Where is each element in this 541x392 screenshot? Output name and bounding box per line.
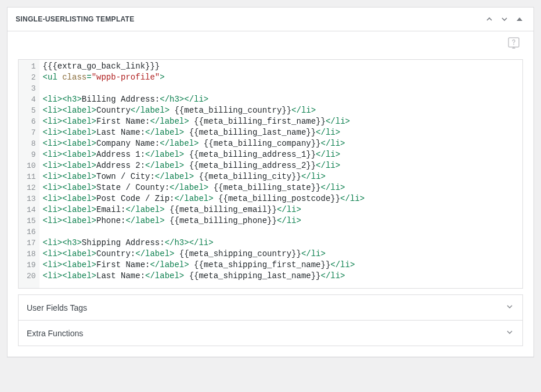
move-down-button[interactable]	[499, 13, 510, 25]
accordion-label: User Fields Tags	[27, 303, 87, 312]
chevron-down-icon	[505, 302, 514, 313]
line-number: 9	[27, 149, 36, 160]
line-number-gutter: 1234567891011121314151617181920	[19, 60, 39, 288]
code-line[interactable]: <li><label>Post Code / Zip:</label> {{me…	[43, 193, 519, 204]
line-number: 3	[27, 83, 36, 94]
code-line[interactable]: <li><label>State / County:</label> {{met…	[43, 182, 519, 193]
line-number: 12	[27, 182, 36, 193]
move-up-button[interactable]	[484, 13, 495, 25]
metabox-body: 1234567891011121314151617181920 {{{extra…	[8, 31, 533, 357]
line-number: 2	[27, 72, 36, 83]
code-line[interactable]: <li><label>Address 1:</label> {{meta_bil…	[43, 149, 519, 160]
code-line[interactable]: <li><label>Country</label> {{meta_billin…	[43, 105, 519, 116]
chevron-down-icon	[505, 328, 514, 339]
line-number: 13	[27, 193, 36, 204]
code-editor[interactable]: 1234567891011121314151617181920 {{{extra…	[18, 59, 523, 289]
accordion-header[interactable]: Extra Functions	[19, 321, 522, 346]
line-number: 5	[27, 105, 36, 116]
line-number: 11	[27, 171, 36, 182]
line-number: 1	[27, 61, 36, 72]
code-line[interactable]: <li><h3>Shipping Address:</h3></li>	[43, 238, 519, 249]
line-number: 16	[27, 226, 36, 238]
code-line[interactable]: <li><label>Phone:</label> {{meta_billing…	[43, 215, 519, 226]
collapse-toggle-button[interactable]	[514, 13, 525, 25]
metabox-header: SINGLE-USERLISTING TEMPLATE	[8, 8, 533, 31]
code-line[interactable]	[43, 226, 519, 238]
metabox-panel: SINGLE-USERLISTING TEMPLATE	[7, 7, 534, 357]
accordion-label: Extra Functions	[27, 329, 83, 338]
code-line[interactable]: <li><label>Last Name:</label> {{meta_bil…	[43, 127, 519, 138]
code-line[interactable]: <li><label>Email:</label> {{meta_billing…	[43, 204, 519, 215]
line-number: 17	[27, 238, 36, 249]
code-line[interactable]: <li><label>Address 2:</label> {{meta_bil…	[43, 160, 519, 171]
svg-point-1	[513, 44, 514, 45]
code-line[interactable]: <li><label>First Name:</label> {{meta_bi…	[43, 116, 519, 127]
line-number: 10	[27, 160, 36, 171]
accordion-extra-functions[interactable]: Extra Functions	[18, 321, 523, 346]
line-number: 15	[27, 215, 36, 226]
code-line[interactable]: <li><label>Town / City:</label> {{meta_b…	[43, 171, 519, 182]
code-line[interactable]: <li><h3>Billing Address:</h3></li>	[43, 94, 519, 105]
code-line[interactable]: <li><label>Company Name:</label> {{meta_…	[43, 138, 519, 149]
code-line[interactable]: <ul class="wppb-profile">	[43, 72, 519, 83]
code-line[interactable]: <li><label>Country:</label> {{meta_shipp…	[43, 249, 519, 260]
line-number: 8	[27, 138, 36, 149]
line-number: 6	[27, 116, 36, 127]
line-number: 19	[27, 260, 36, 271]
line-number: 20	[27, 271, 36, 282]
help-icon[interactable]	[507, 36, 521, 52]
code-line[interactable]: <li><label>First Name:</label> {{meta_sh…	[43, 260, 519, 271]
code-area[interactable]: {{{extra_go_back_link}}}<ul class="wppb-…	[39, 60, 522, 288]
line-number: 7	[27, 127, 36, 138]
code-editor-scroll[interactable]: 1234567891011121314151617181920 {{{extra…	[19, 60, 522, 288]
metabox-title: SINGLE-USERLISTING TEMPLATE	[16, 15, 135, 23]
line-number: 4	[27, 94, 36, 105]
code-line[interactable]: <li><label>Last Name:</label> {{meta_shi…	[43, 271, 519, 282]
line-number: 18	[27, 249, 36, 260]
line-number: 14	[27, 204, 36, 215]
accordion-header[interactable]: User Fields Tags	[19, 295, 522, 320]
metabox-controls	[484, 13, 525, 25]
code-line[interactable]	[43, 83, 519, 94]
accordion-user-fields[interactable]: User Fields Tags	[18, 294, 523, 321]
code-line[interactable]: {{{extra_go_back_link}}}	[43, 61, 519, 72]
